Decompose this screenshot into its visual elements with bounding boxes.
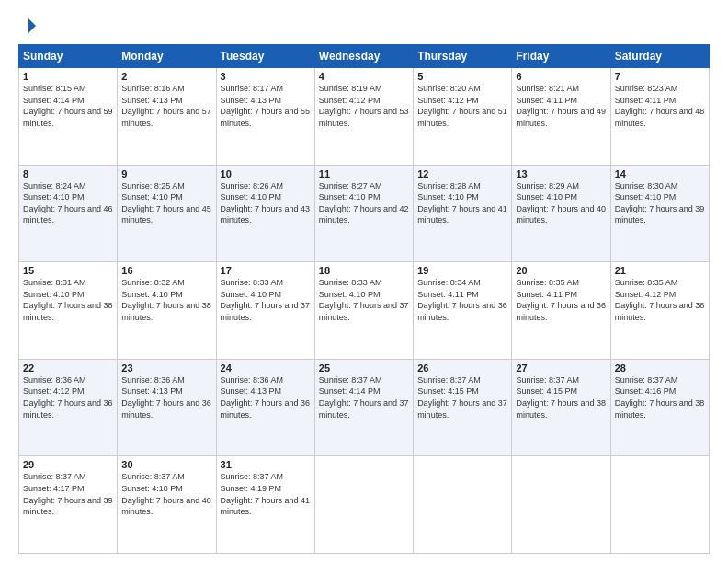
calendar-cell: 17Sunrise: 8:33 AMSunset: 4:10 PMDayligh… <box>216 262 314 360</box>
logo <box>18 17 39 35</box>
cell-content: Sunrise: 8:37 AMSunset: 4:19 PMDaylight:… <box>221 472 311 516</box>
calendar-week-row: 1Sunrise: 8:15 AMSunset: 4:14 PMDaylight… <box>19 68 710 166</box>
cell-content: Sunrise: 8:26 AMSunset: 4:10 PMDaylight:… <box>221 181 311 225</box>
weekday-header: Saturday <box>610 45 709 68</box>
cell-content: Sunrise: 8:25 AMSunset: 4:10 PMDaylight:… <box>121 181 211 225</box>
day-number: 29 <box>23 459 113 470</box>
day-number: 8 <box>23 168 113 179</box>
day-number: 21 <box>615 265 705 276</box>
weekday-header: Tuesday <box>216 45 314 68</box>
cell-content: Sunrise: 8:37 AMSunset: 4:15 PMDaylight:… <box>516 375 606 419</box>
calendar-week-row: 22Sunrise: 8:36 AMSunset: 4:12 PMDayligh… <box>19 359 710 456</box>
logo-icon <box>19 17 38 35</box>
calendar-cell: 29Sunrise: 8:37 AMSunset: 4:17 PMDayligh… <box>19 456 118 554</box>
day-number: 18 <box>319 265 409 276</box>
day-number: 14 <box>615 168 705 179</box>
calendar-cell <box>314 456 413 554</box>
calendar-cell: 24Sunrise: 8:36 AMSunset: 4:13 PMDayligh… <box>216 359 314 456</box>
calendar-cell: 15Sunrise: 8:31 AMSunset: 4:10 PMDayligh… <box>19 262 118 360</box>
cell-content: Sunrise: 8:23 AMSunset: 4:11 PMDaylight:… <box>615 84 705 128</box>
calendar-cell: 28Sunrise: 8:37 AMSunset: 4:16 PMDayligh… <box>610 359 709 456</box>
cell-content: Sunrise: 8:37 AMSunset: 4:17 PMDaylight:… <box>23 472 113 516</box>
calendar-cell: 31Sunrise: 8:37 AMSunset: 4:19 PMDayligh… <box>216 456 314 554</box>
cell-content: Sunrise: 8:33 AMSunset: 4:10 PMDaylight:… <box>319 278 409 322</box>
calendar-cell: 3Sunrise: 8:17 AMSunset: 4:13 PMDaylight… <box>216 68 314 166</box>
calendar-week-row: 15Sunrise: 8:31 AMSunset: 4:10 PMDayligh… <box>19 262 710 360</box>
calendar-cell: 7Sunrise: 8:23 AMSunset: 4:11 PMDaylight… <box>610 68 709 166</box>
day-number: 17 <box>221 265 311 276</box>
cell-content: Sunrise: 8:19 AMSunset: 4:12 PMDaylight:… <box>319 84 409 128</box>
calendar-cell: 10Sunrise: 8:26 AMSunset: 4:10 PMDayligh… <box>216 165 314 262</box>
calendar-cell: 30Sunrise: 8:37 AMSunset: 4:18 PMDayligh… <box>118 456 216 554</box>
calendar-cell: 23Sunrise: 8:36 AMSunset: 4:13 PMDayligh… <box>118 359 216 456</box>
day-number: 2 <box>121 71 211 82</box>
cell-content: Sunrise: 8:36 AMSunset: 4:13 PMDaylight:… <box>221 375 311 419</box>
day-number: 13 <box>516 168 606 179</box>
cell-content: Sunrise: 8:29 AMSunset: 4:10 PMDaylight:… <box>516 181 606 225</box>
calendar-cell: 9Sunrise: 8:25 AMSunset: 4:10 PMDaylight… <box>118 165 216 262</box>
cell-content: Sunrise: 8:37 AMSunset: 4:18 PMDaylight:… <box>121 472 211 516</box>
day-number: 24 <box>221 362 311 373</box>
header <box>18 17 710 35</box>
calendar-cell: 1Sunrise: 8:15 AMSunset: 4:14 PMDaylight… <box>19 68 118 166</box>
cell-content: Sunrise: 8:17 AMSunset: 4:13 PMDaylight:… <box>221 84 311 128</box>
calendar-cell <box>512 456 610 554</box>
calendar-cell: 12Sunrise: 8:28 AMSunset: 4:10 PMDayligh… <box>414 165 512 262</box>
cell-content: Sunrise: 8:28 AMSunset: 4:10 PMDaylight:… <box>417 181 507 225</box>
cell-content: Sunrise: 8:36 AMSunset: 4:12 PMDaylight:… <box>23 375 113 419</box>
day-number: 28 <box>615 362 705 373</box>
cell-content: Sunrise: 8:32 AMSunset: 4:10 PMDaylight:… <box>121 278 211 322</box>
day-number: 4 <box>319 71 409 82</box>
calendar-cell: 16Sunrise: 8:32 AMSunset: 4:10 PMDayligh… <box>118 262 216 360</box>
calendar-cell: 20Sunrise: 8:35 AMSunset: 4:11 PMDayligh… <box>512 262 610 360</box>
day-number: 25 <box>319 362 409 373</box>
cell-content: Sunrise: 8:33 AMSunset: 4:10 PMDaylight:… <box>221 278 311 322</box>
weekday-header: Friday <box>512 45 610 68</box>
cell-content: Sunrise: 8:27 AMSunset: 4:10 PMDaylight:… <box>319 181 409 225</box>
cell-content: Sunrise: 8:37 AMSunset: 4:14 PMDaylight:… <box>319 375 409 419</box>
svg-marker-0 <box>28 18 36 33</box>
day-number: 19 <box>417 265 507 276</box>
day-number: 22 <box>23 362 113 373</box>
calendar-cell <box>610 456 709 554</box>
cell-content: Sunrise: 8:36 AMSunset: 4:13 PMDaylight:… <box>121 375 211 419</box>
calendar-cell: 14Sunrise: 8:30 AMSunset: 4:10 PMDayligh… <box>610 165 709 262</box>
cell-content: Sunrise: 8:37 AMSunset: 4:16 PMDaylight:… <box>615 375 705 419</box>
cell-content: Sunrise: 8:16 AMSunset: 4:13 PMDaylight:… <box>121 84 211 128</box>
day-number: 31 <box>221 459 311 470</box>
day-number: 30 <box>121 459 211 470</box>
calendar-cell: 22Sunrise: 8:36 AMSunset: 4:12 PMDayligh… <box>19 359 118 456</box>
calendar-cell: 2Sunrise: 8:16 AMSunset: 4:13 PMDaylight… <box>118 68 216 166</box>
cell-content: Sunrise: 8:35 AMSunset: 4:11 PMDaylight:… <box>516 278 606 322</box>
cell-content: Sunrise: 8:21 AMSunset: 4:11 PMDaylight:… <box>516 84 606 128</box>
calendar-cell: 21Sunrise: 8:35 AMSunset: 4:12 PMDayligh… <box>610 262 709 360</box>
calendar-cell: 6Sunrise: 8:21 AMSunset: 4:11 PMDaylight… <box>512 68 610 166</box>
calendar-cell: 13Sunrise: 8:29 AMSunset: 4:10 PMDayligh… <box>512 165 610 262</box>
day-number: 15 <box>23 265 113 276</box>
cell-content: Sunrise: 8:31 AMSunset: 4:10 PMDaylight:… <box>23 278 113 322</box>
day-number: 10 <box>221 168 311 179</box>
cell-content: Sunrise: 8:20 AMSunset: 4:12 PMDaylight:… <box>417 84 507 128</box>
calendar-cell: 8Sunrise: 8:24 AMSunset: 4:10 PMDaylight… <box>19 165 118 262</box>
day-number: 3 <box>221 71 311 82</box>
cell-content: Sunrise: 8:37 AMSunset: 4:15 PMDaylight:… <box>417 375 507 419</box>
calendar-table: SundayMondayTuesdayWednesdayThursdayFrid… <box>18 44 710 554</box>
cell-content: Sunrise: 8:30 AMSunset: 4:10 PMDaylight:… <box>615 181 705 225</box>
calendar-cell: 26Sunrise: 8:37 AMSunset: 4:15 PMDayligh… <box>414 359 512 456</box>
calendar-cell: 11Sunrise: 8:27 AMSunset: 4:10 PMDayligh… <box>314 165 413 262</box>
day-number: 12 <box>417 168 507 179</box>
cell-content: Sunrise: 8:35 AMSunset: 4:12 PMDaylight:… <box>615 278 705 322</box>
calendar-cell: 5Sunrise: 8:20 AMSunset: 4:12 PMDaylight… <box>414 68 512 166</box>
calendar-cell: 19Sunrise: 8:34 AMSunset: 4:11 PMDayligh… <box>414 262 512 360</box>
day-number: 23 <box>121 362 211 373</box>
weekday-header-row: SundayMondayTuesdayWednesdayThursdayFrid… <box>19 45 710 68</box>
day-number: 6 <box>516 71 606 82</box>
cell-content: Sunrise: 8:15 AMSunset: 4:14 PMDaylight:… <box>23 84 113 128</box>
weekday-header: Sunday <box>19 45 118 68</box>
weekday-header: Thursday <box>414 45 512 68</box>
calendar-cell <box>414 456 512 554</box>
day-number: 20 <box>516 265 606 276</box>
page: SundayMondayTuesdayWednesdayThursdayFrid… <box>0 0 728 563</box>
calendar-cell: 25Sunrise: 8:37 AMSunset: 4:14 PMDayligh… <box>314 359 413 456</box>
day-number: 7 <box>615 71 705 82</box>
